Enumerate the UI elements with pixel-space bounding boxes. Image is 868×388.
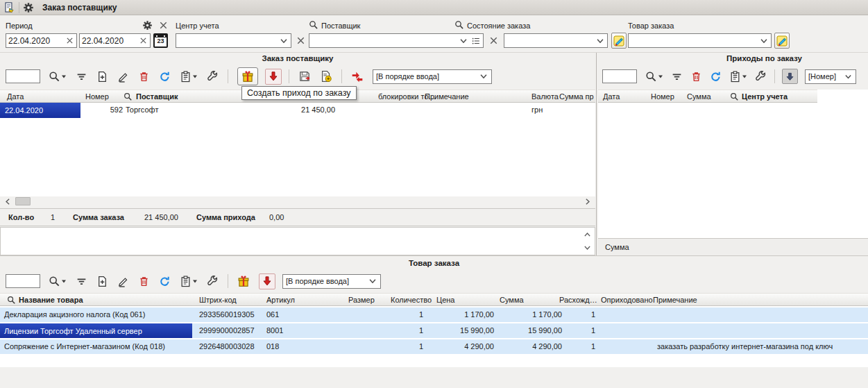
col-number[interactable]: Номер <box>651 92 674 101</box>
order-notes-area[interactable] <box>0 227 595 255</box>
order-product-filter-select[interactable] <box>628 33 772 48</box>
search-button[interactable] <box>49 71 67 83</box>
col-size[interactable]: Размер <box>348 296 375 304</box>
filter-button[interactable] <box>76 276 87 287</box>
add-document-icon <box>96 71 108 83</box>
scroll-thumb[interactable] <box>15 197 31 205</box>
edit-button[interactable] <box>117 71 129 83</box>
product-grid-header[interactable]: Название товара Штрих-код Артикул Размер… <box>0 293 868 306</box>
report-button[interactable] <box>729 71 747 83</box>
save-export-button[interactable] <box>298 70 311 83</box>
period-to-input[interactable]: 22.04.2020 <box>79 33 151 48</box>
delete-button[interactable] <box>138 71 150 83</box>
center-clear-icon[interactable] <box>296 35 306 46</box>
settings-button[interactable] <box>207 71 219 83</box>
col-diff[interactable]: Расхожд… <box>559 296 597 304</box>
delete-button[interactable] <box>690 71 702 83</box>
filter-bar: Период 22.04.2020 22.04.2020 23 Центр уч… <box>0 15 868 53</box>
col-name[interactable]: Название товара <box>19 296 83 304</box>
product-row[interactable]: Декларация акцизного налога (Код 061) 29… <box>0 307 868 322</box>
product-name-selected-cell[interactable]: Лицензии Торгсофт Удаленный сервер <box>0 323 192 338</box>
unload-order-button[interactable] <box>265 69 282 85</box>
col-barcode[interactable]: Штрих-код <box>199 296 237 304</box>
scroll-right-icon[interactable] <box>583 197 592 206</box>
settings-button[interactable] <box>755 71 767 83</box>
create-receipt-button[interactable] <box>237 67 258 85</box>
order-row[interactable]: 22.04.2020 592 Торгсофт 21 450,00 грн <box>0 103 595 118</box>
report-button[interactable] <box>180 71 198 83</box>
search-icon <box>309 20 318 30</box>
filter-button[interactable] <box>671 71 683 83</box>
receipts-search-input[interactable] <box>602 69 637 83</box>
list-icon[interactable] <box>471 36 481 46</box>
receipts-grid-header[interactable]: Дата Номер Сумма Центр учета <box>598 90 817 103</box>
product-sum: 15 990,00 <box>500 326 562 335</box>
col-receipt-sum[interactable]: Сумма пр <box>559 92 594 101</box>
search-button[interactable] <box>645 71 663 83</box>
unload-receipt-button[interactable] <box>782 69 798 84</box>
merge-orders-button[interactable] <box>351 70 364 83</box>
col-received[interactable]: Оприходовано <box>601 296 653 304</box>
order-product-edit-button[interactable] <box>774 33 790 49</box>
col-article[interactable]: Артикул <box>266 296 295 304</box>
refresh-button[interactable] <box>159 276 171 287</box>
receipts-sort-select[interactable]: [Номер] <box>805 69 856 84</box>
clear-x-icon[interactable] <box>65 36 74 45</box>
refresh-button[interactable] <box>710 71 722 83</box>
col-price[interactable]: Цена <box>436 296 454 304</box>
edit-button[interactable] <box>117 276 129 287</box>
product-row[interactable]: Сопряжение с Интернет-магазином (Код 018… <box>0 339 868 354</box>
col-qty[interactable]: Количество <box>391 296 432 304</box>
scroll-left-icon[interactable] <box>3 197 12 206</box>
supplier-filter-select[interactable] <box>309 33 484 48</box>
order-grid-body[interactable]: 22.04.2020 592 Торгсофт 21 450,00 грн <box>0 103 595 196</box>
col-date[interactable]: Дата <box>7 92 24 101</box>
product-sort-select[interactable]: [В порядке ввода] <box>282 274 381 289</box>
col-number[interactable]: Номер <box>85 92 109 101</box>
period-settings-gear-icon[interactable] <box>142 20 153 31</box>
report-icon[interactable] <box>3 1 15 13</box>
col-note[interactable]: Примечание <box>425 92 469 101</box>
col-currency[interactable]: Валюта <box>531 92 559 101</box>
settings-button[interactable] <box>207 276 219 287</box>
filter-icon <box>76 276 87 287</box>
product-row[interactable]: Лицензии Торгсофт Удаленный сервер 29999… <box>0 323 868 338</box>
order-row-date-cell[interactable]: 22.04.2020 <box>0 103 80 118</box>
col-date[interactable]: Дата <box>603 92 620 101</box>
order-search-input[interactable] <box>6 69 40 83</box>
order-sort-select[interactable]: [В порядке ввода] <box>373 69 492 84</box>
clear-x-icon[interactable] <box>139 36 148 45</box>
gear-icon[interactable] <box>23 2 34 13</box>
order-hscrollbar[interactable] <box>0 196 595 207</box>
product-search-input[interactable] <box>6 274 40 288</box>
order-state-filter-select[interactable] <box>504 33 608 48</box>
report-button[interactable] <box>180 276 198 287</box>
trash-icon <box>690 71 702 83</box>
search-button[interactable] <box>49 276 67 287</box>
add-button[interactable] <box>96 276 108 287</box>
create-receipt-button[interactable] <box>237 275 250 287</box>
center-filter-select[interactable] <box>176 33 291 48</box>
period-clear-icon[interactable] <box>158 20 169 31</box>
receipts-grid-body[interactable] <box>598 103 868 238</box>
delete-button[interactable] <box>138 276 150 287</box>
refresh-button[interactable] <box>159 71 171 83</box>
period-from-input[interactable]: 22.04.2020 <box>6 33 77 48</box>
scroll-down-icon[interactable] <box>583 243 592 252</box>
order-sum-value: 21 450,00 <box>144 213 178 221</box>
filter-button[interactable] <box>76 71 87 83</box>
calendar-button[interactable]: 23 <box>153 33 168 48</box>
col-center[interactable]: Центр учета <box>742 92 788 101</box>
unload-product-button[interactable] <box>259 273 275 289</box>
col-supplier[interactable]: Поставщик <box>136 92 178 101</box>
add-button[interactable] <box>96 71 108 83</box>
order-state-edit-button[interactable] <box>611 33 627 49</box>
supplier-clear-icon[interactable] <box>488 35 499 46</box>
tooltip: Создать приход по заказу <box>241 86 357 100</box>
order-protect-button[interactable] <box>320 70 332 83</box>
col-sum[interactable]: Сумма <box>500 296 524 304</box>
col-note[interactable]: Примечание <box>653 296 697 304</box>
col-sum[interactable]: Сумма <box>687 92 711 101</box>
product-grid-body[interactable]: Декларация акцизного налога (Код 061) 29… <box>0 306 868 367</box>
scroll-up-icon[interactable] <box>583 230 592 239</box>
